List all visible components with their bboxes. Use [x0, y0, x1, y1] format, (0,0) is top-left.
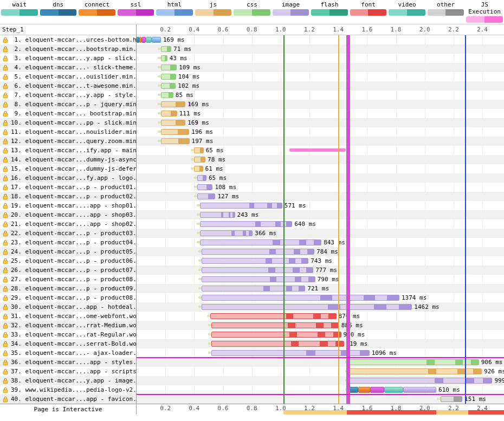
- timing-bar[interactable]: [161, 101, 185, 107]
- timing-bar[interactable]: [197, 184, 213, 190]
- duration-label: 906 ms: [481, 359, 503, 366]
- bar-row: 196 ms: [137, 127, 504, 137]
- request-row[interactable]: 33. eloquent-mccar...rat-Regular.woff2: [0, 330, 136, 339]
- timing-bar[interactable]: [210, 313, 337, 319]
- timing-bar[interactable]: [202, 286, 306, 292]
- timing-bar[interactable]: [194, 147, 203, 153]
- timing-bar[interactable]: [200, 239, 321, 245]
- timing-bar[interactable]: [161, 74, 176, 80]
- timing-bar[interactable]: [211, 341, 344, 347]
- request-row[interactable]: 20. eloquent-mccar....app - shop03.png: [0, 210, 136, 219]
- request-row[interactable]: 6. eloquent-mccar...t-awesome.min.css: [0, 81, 136, 90]
- timing-bar[interactable]: [194, 157, 205, 163]
- request-label: 24. eloquent-mccar...p - product05.jpg: [11, 247, 136, 256]
- request-row[interactable]: 34. eloquent-mccar...serrat-Bold.woff2: [0, 339, 136, 348]
- timing-bar[interactable]: [202, 295, 399, 301]
- legend-other: other: [427, 1, 466, 23]
- request-row[interactable]: 22. eloquent-mccar...p - product03.jpg: [0, 229, 136, 238]
- request-row[interactable]: 10. eloquent-mccar...pp - slick.min.js: [0, 118, 136, 127]
- request-row[interactable]: 27. eloquent-mccar...p - product08.jpg: [0, 275, 136, 284]
- request-list: Step_1 1. eloquent-mccar...urces-bottom.…: [0, 24, 137, 404]
- request-row[interactable]: 18. eloquent-mccar...p - product02.jpg: [0, 192, 136, 201]
- timing-bar[interactable]: [161, 64, 177, 70]
- duration-label: 721 ms: [307, 285, 329, 292]
- timing-bar[interactable]: [202, 258, 309, 264]
- tick-label: 0.2: [160, 405, 171, 412]
- request-row[interactable]: 7. eloquent-mccar...y.app - style.css: [0, 90, 136, 100]
- timing-bar[interactable]: [161, 92, 173, 98]
- bar-row: 71 ms: [137, 44, 504, 54]
- request-row[interactable]: 35. eloquent-mccar...- ajax-loader.gif: [0, 348, 136, 358]
- request-row[interactable]: 19. eloquent-mccar....app - shop01.png: [0, 201, 136, 210]
- svg-rect-36: [3, 371, 8, 374]
- timing-bar[interactable]: [161, 46, 171, 52]
- request-row[interactable]: 17. eloquent-mccar...p - product01.jpg: [0, 183, 136, 192]
- timing-bar[interactable]: [348, 368, 482, 374]
- timing-bar[interactable]: [197, 175, 206, 181]
- timing-bar[interactable]: [348, 378, 493, 384]
- request-row[interactable]: 31. eloquent-mccar...ome-webfont.woff2: [0, 312, 136, 321]
- timing-bar[interactable]: [161, 55, 167, 61]
- legend-flash: flash: [310, 1, 349, 23]
- request-row[interactable]: 25. eloquent-mccar...p - product06.jpg: [0, 256, 136, 265]
- timing-bar[interactable]: [161, 138, 189, 144]
- timing-bar[interactable]: [197, 193, 216, 199]
- timing-bar[interactable]: [161, 129, 189, 135]
- timing-bar[interactable]: [441, 396, 462, 402]
- bar-row: 790 ms: [137, 275, 504, 284]
- request-row[interactable]: 32. eloquent-mccar...rrat-Medium.woff2: [0, 321, 136, 330]
- bar-row: 102 ms: [137, 81, 504, 90]
- request-row[interactable]: 5. eloquent-mccar...ouislider.min.css: [0, 72, 136, 81]
- duration-label: 784 ms: [316, 248, 338, 255]
- duration-label: 790 ms: [318, 276, 339, 283]
- request-row[interactable]: 3. eloquent-mccar...y.app - slick.css: [0, 54, 136, 63]
- timing-bar[interactable]: [200, 212, 235, 218]
- request-row[interactable]: 4. eloquent-mccar...- slick-theme.css: [0, 63, 136, 72]
- bar-row: 886 ms: [137, 321, 504, 330]
- request-row[interactable]: 24. eloquent-mccar...p - product05.jpg: [0, 247, 136, 256]
- request-row[interactable]: 14. eloquent-mccar...dummy-js-async.js: [0, 155, 136, 164]
- request-row[interactable]: 21. eloquent-mccar....app - shop02.png: [0, 219, 136, 229]
- request-row[interactable]: 11. eloquent-mccar...nouislider.min.js: [0, 127, 136, 137]
- request-row[interactable]: 16. eloquent-mccar...fy.app - logo.png: [0, 173, 136, 183]
- svg-rect-9: [3, 122, 8, 126]
- duration-label: 777 ms: [315, 267, 337, 274]
- timing-bar[interactable]: [202, 249, 314, 255]
- request-row[interactable]: 40. eloquent-mccar...app - favicon.ico: [0, 394, 136, 404]
- svg-rect-21: [3, 233, 8, 236]
- timing-bar[interactable]: [202, 276, 315, 282]
- request-row[interactable]: 15. eloquent-mccar...dummy-js-defer.js: [0, 164, 136, 173]
- duration-label: 197 ms: [192, 138, 214, 145]
- request-row[interactable]: 12. eloquent-mccar...query.zoom.min.js: [0, 137, 136, 146]
- timing-bar[interactable]: [202, 304, 412, 310]
- request-row[interactable]: 38. eloquent-mccar...y.app - image.jpg: [0, 376, 136, 385]
- timing-bar[interactable]: [200, 221, 292, 227]
- request-row[interactable]: 23. eloquent-mccar...p - product04.jpg: [0, 238, 136, 247]
- request-row[interactable]: 36. eloquent-mccar....app - styles.css: [0, 358, 136, 367]
- request-row[interactable]: 30. eloquent-mccar...app - hotdeal.png: [0, 302, 136, 312]
- request-row[interactable]: 9. eloquent-mccar... bootstrap.min.js: [0, 109, 136, 118]
- timing-bar[interactable]: [200, 230, 253, 236]
- request-row[interactable]: 28. eloquent-mccar...p - product09.jpg: [0, 284, 136, 293]
- request-row[interactable]: 39. www.wikipedia....pedia-logo-v2.png: [0, 385, 136, 394]
- request-row[interactable]: 37. eloquent-mccar....app - scripts.js: [0, 367, 136, 376]
- bar-row: 61 ms: [137, 164, 504, 173]
- request-row[interactable]: 2. eloquent-mccar...bootstrap.min.css: [0, 44, 136, 54]
- timing-bar[interactable]: [161, 83, 176, 89]
- request-row[interactable]: 1. eloquent-mccar...urces-bottom.html: [0, 35, 136, 44]
- timing-bar[interactable]: [348, 359, 479, 365]
- request-row[interactable]: 29. eloquent-mccar...p - product08.png: [0, 293, 136, 302]
- timing-bar[interactable]: [211, 322, 339, 328]
- timing-bar[interactable]: [200, 203, 282, 209]
- timing-bar[interactable]: [202, 267, 314, 273]
- bar-row: 1462 ms: [137, 302, 504, 312]
- timing-bar[interactable]: [161, 111, 177, 116]
- timing-bar[interactable]: [194, 166, 203, 172]
- bar-row: 109 ms: [137, 63, 504, 72]
- request-row[interactable]: 26. eloquent-mccar...p - product07.jpg: [0, 265, 136, 275]
- timing-bar[interactable]: [211, 332, 341, 338]
- request-row[interactable]: 13. eloquent-mccar...ify.app - main.js: [0, 146, 136, 155]
- request-row[interactable]: 8. eloquent-mccar...p - jquery.min.js: [0, 100, 136, 109]
- svg-rect-22: [3, 242, 8, 245]
- timing-bar[interactable]: [161, 120, 185, 126]
